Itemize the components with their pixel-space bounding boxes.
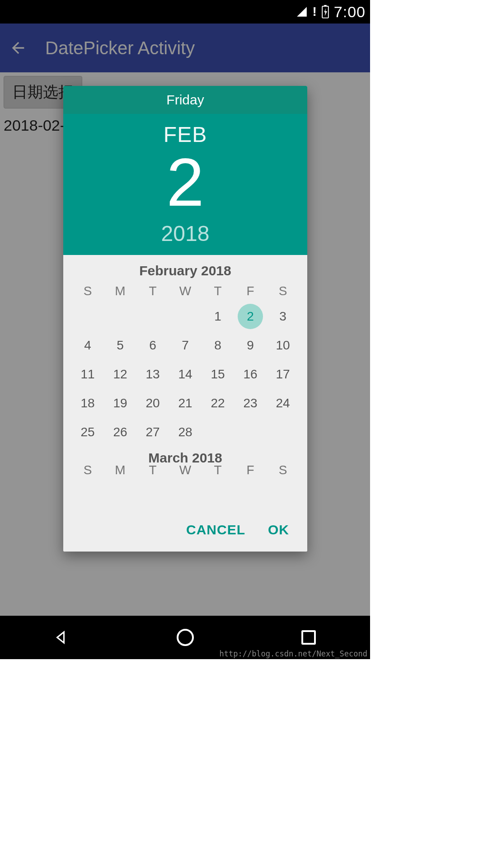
calendar-day-cell[interactable]: 1 [202, 302, 234, 331]
calendar-dow-header: W [169, 467, 202, 481]
calendar-dow-header: T [202, 280, 234, 302]
calendar-scroll[interactable]: February 2018 SMTWTFS1234567891011121314… [63, 255, 307, 509]
calendar-day-cell[interactable]: 2 [234, 302, 267, 331]
calendar-day-cell[interactable]: 7 [169, 331, 202, 360]
calendar-dow-header: M [104, 467, 136, 481]
dialog-day-of-week: Friday [63, 86, 307, 114]
calendar-day-cell[interactable]: 13 [136, 360, 169, 389]
nav-back-button[interactable] [51, 627, 73, 648]
calendar-day-cell[interactable]: 27 [136, 418, 169, 447]
calendar-dow-header: T [202, 467, 234, 481]
calendar-next-dow-row: SMTWTFS [71, 467, 299, 481]
calendar-empty-cell [169, 302, 202, 331]
dialog-header: FEB 2 2018 [63, 114, 307, 255]
calendar-day-cell[interactable]: 12 [104, 360, 136, 389]
calendar-day-cell[interactable]: 4 [71, 331, 104, 360]
calendar-day-cell[interactable]: 28 [169, 418, 202, 447]
calendar-day-cell[interactable]: 11 [71, 360, 104, 389]
date-picker-dialog: Friday FEB 2 2018 February 2018 SMTWTFS1… [63, 86, 307, 552]
status-bar: ! 7:00 [0, 0, 370, 24]
calendar-day-cell[interactable]: 14 [169, 360, 202, 389]
calendar-month-title: February 2018 [71, 259, 299, 280]
calendar-day-cell[interactable]: 26 [104, 418, 136, 447]
calendar-dow-header: S [267, 467, 299, 481]
nav-recents-button[interactable] [298, 627, 319, 648]
calendar-day-cell[interactable]: 15 [202, 360, 234, 389]
dialog-month[interactable]: FEB [63, 122, 307, 147]
calendar-day-cell[interactable]: 18 [71, 389, 104, 418]
calendar-day-cell[interactable]: 17 [267, 360, 299, 389]
calendar-dow-header: F [234, 280, 267, 302]
calendar-day-cell[interactable]: 20 [136, 389, 169, 418]
signal-alert-icon: ! [312, 5, 316, 19]
calendar-empty-cell [104, 302, 136, 331]
calendar-day-cell[interactable]: 8 [202, 331, 234, 360]
watermark-text: http://blog.csdn.net/Next_Second [219, 649, 367, 658]
cancel-button[interactable]: CANCEL [186, 522, 245, 538]
battery-charging-icon [321, 5, 329, 19]
calendar-empty-cell [202, 418, 234, 447]
calendar-day-cell[interactable]: 6 [136, 331, 169, 360]
nav-home-button[interactable] [174, 627, 196, 648]
calendar-empty-cell [234, 418, 267, 447]
calendar-day-cell[interactable]: 9 [234, 331, 267, 360]
calendar-day-cell[interactable]: 10 [267, 331, 299, 360]
calendar-day-cell[interactable]: 23 [234, 389, 267, 418]
calendar-dow-header: W [169, 280, 202, 302]
calendar-empty-cell [136, 302, 169, 331]
calendar-dow-header: S [267, 280, 299, 302]
calendar-dow-header: M [104, 280, 136, 302]
dialog-day[interactable]: 2 [63, 147, 307, 218]
calendar-day-cell[interactable]: 24 [267, 389, 299, 418]
calendar-dow-header: S [71, 280, 104, 302]
ok-button[interactable]: OK [268, 522, 289, 538]
calendar-empty-cell [71, 302, 104, 331]
calendar-dow-header: T [136, 280, 169, 302]
calendar-day-cell[interactable]: 16 [234, 360, 267, 389]
calendar-day-cell[interactable]: 25 [71, 418, 104, 447]
calendar-day-cell[interactable]: 5 [104, 331, 136, 360]
calendar-dow-header: F [234, 467, 267, 481]
calendar-grid: SMTWTFS123456789101112131415161718192021… [71, 280, 299, 447]
calendar-day-cell[interactable]: 19 [104, 389, 136, 418]
signal-icon [296, 6, 308, 18]
dialog-actions: CANCEL OK [63, 508, 307, 552]
calendar-dow-header: S [71, 467, 104, 481]
calendar-day-cell[interactable]: 21 [169, 389, 202, 418]
calendar-day-cell[interactable]: 3 [267, 302, 299, 331]
status-time: 7:00 [334, 3, 366, 21]
svg-rect-1 [324, 5, 326, 6]
calendar-dow-header: T [136, 467, 169, 481]
calendar-empty-cell [267, 418, 299, 447]
dialog-year[interactable]: 2018 [63, 221, 307, 246]
calendar-day-cell[interactable]: 22 [202, 389, 234, 418]
